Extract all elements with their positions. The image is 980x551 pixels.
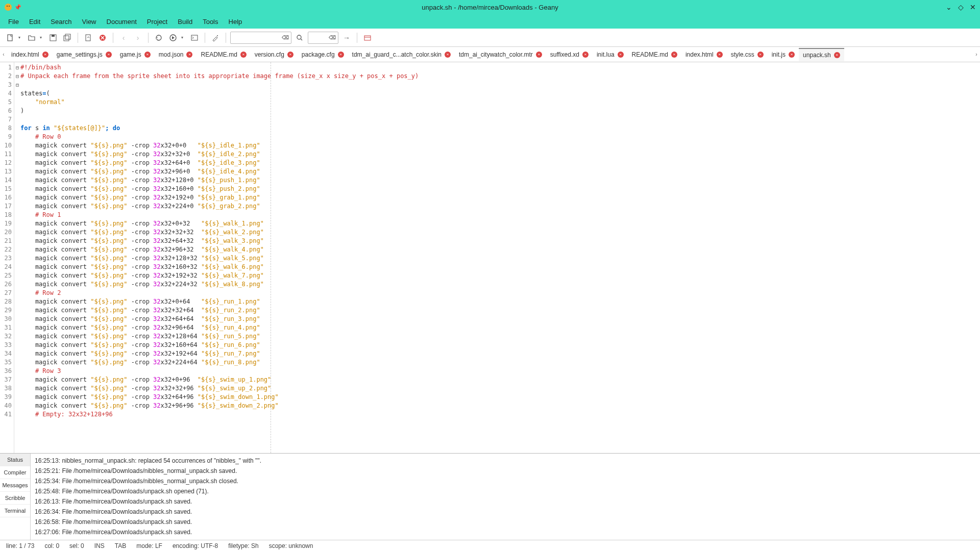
menu-file[interactable]: File xyxy=(4,16,23,28)
message-line[interactable]: 16:27:06: File /home/mircea/Downloads/un… xyxy=(35,527,976,537)
tab-close-icon[interactable]: × xyxy=(671,52,677,58)
tab-close-icon[interactable]: × xyxy=(536,52,542,58)
open-file-button[interactable] xyxy=(26,32,38,44)
message-line[interactable]: 16:25:34: File /home/mircea/Downloads/ni… xyxy=(35,476,976,486)
tab-package-cfg[interactable]: package.cfg× xyxy=(298,48,348,61)
tab-close-icon[interactable]: × xyxy=(144,52,151,58)
tab-init-js[interactable]: init.js× xyxy=(768,48,799,61)
menu-build[interactable]: Build xyxy=(174,16,197,28)
tab-readme-md[interactable]: README.md× xyxy=(628,48,681,61)
new-dropdown[interactable]: ▾ xyxy=(18,35,23,40)
tab-game-settings-js[interactable]: game_settings.js× xyxy=(53,48,116,61)
code-line[interactable]: magick convert "${s}.png" -crop 32x32+96… xyxy=(20,167,980,176)
clear-goto-icon[interactable]: ⌫ xyxy=(329,35,336,40)
message-line[interactable]: 16:25:48: File /home/mircea/Downloads/un… xyxy=(35,486,976,496)
nav-back-button[interactable]: ‹ xyxy=(117,32,130,44)
tab-close-icon[interactable]: × xyxy=(789,52,795,58)
code-line[interactable]: #!/bin/bash xyxy=(20,63,980,72)
code-line[interactable]: # Row 0 xyxy=(20,133,980,141)
code-line[interactable]: magick convert "${s}.png" -crop 32x32+32… xyxy=(20,228,980,237)
code-line[interactable]: magick convert "${s}.png" -crop 32x32+0+… xyxy=(20,141,980,150)
code-line[interactable]: magick convert "${s}.png" -crop 32x32+22… xyxy=(20,280,980,289)
message-line[interactable]: 16:25:21: File /home/mircea/Downloads/ni… xyxy=(35,466,976,476)
message-content[interactable]: 16:25:13: nibbles_normal_unpack.sh: repl… xyxy=(31,454,980,540)
menu-help[interactable]: Help xyxy=(225,16,247,28)
code-line[interactable]: "normal" xyxy=(20,98,980,107)
quit-button[interactable] xyxy=(361,32,374,44)
close-file-button[interactable] xyxy=(96,32,109,44)
msg-tab-messages[interactable]: Messages xyxy=(0,479,30,492)
code-line[interactable]: # Unpack each frame from the sprite shee… xyxy=(20,72,980,81)
code-line[interactable]: magick convert "${s}.png" -crop 32x32+0+… xyxy=(20,297,980,306)
tab-close-icon[interactable]: × xyxy=(618,52,624,58)
code-line[interactable]: ) xyxy=(20,107,980,115)
maximize-icon[interactable]: ◇ xyxy=(958,3,964,11)
tabs-scroll-left[interactable]: ‹ xyxy=(0,52,7,57)
code-line[interactable]: magick convert "${s}.png" -crop 32x32+64… xyxy=(20,159,980,167)
search-button[interactable] xyxy=(293,32,306,44)
code-line[interactable]: magick convert "${s}.png" -crop 32x32+12… xyxy=(20,176,980,185)
code-line[interactable]: magick convert "${s}.png" -crop 32x32+96… xyxy=(20,323,980,332)
tab-index-html[interactable]: index.html× xyxy=(7,48,53,61)
tab-close-icon[interactable]: × xyxy=(338,52,344,58)
menu-search[interactable]: Search xyxy=(46,16,76,28)
code-line[interactable]: magick convert "${s}.png" -crop 32x32+32… xyxy=(20,306,980,315)
tab-style-css[interactable]: style.css× xyxy=(727,48,768,61)
tab-close-icon[interactable]: × xyxy=(287,52,293,58)
message-line[interactable]: 16:26:58: File /home/mircea/Downloads/un… xyxy=(35,517,976,527)
code-line[interactable]: magick convert "${s}.png" -crop 32x32+19… xyxy=(20,193,980,202)
code-line[interactable]: magick convert "${s}.png" -crop 32x32+16… xyxy=(20,263,980,271)
menu-view[interactable]: View xyxy=(78,16,101,28)
tabs-scroll-right[interactable]: › xyxy=(973,52,980,57)
menu-project[interactable]: Project xyxy=(143,16,172,28)
code-line[interactable]: # Row 2 xyxy=(20,289,980,297)
save-all-button[interactable] xyxy=(61,32,74,44)
tab-tdm-ai-guard-c---atch-color-skin[interactable]: tdm_ai_guard_c...atch_color.skin× xyxy=(348,48,455,61)
code-line[interactable]: magick convert "${s}.png" -crop 32x32+64… xyxy=(20,237,980,245)
tab-close-icon[interactable]: × xyxy=(717,52,723,58)
tab-readme-md[interactable]: README.md× xyxy=(197,48,250,61)
clear-search-icon[interactable]: ⌫ xyxy=(282,35,289,40)
new-file-button[interactable] xyxy=(4,32,16,44)
code-editor[interactable]: #!/bin/bash# Unpack each frame from the … xyxy=(20,62,980,453)
code-line[interactable]: magick convert "${s}.png" -crop 32x32+32… xyxy=(20,150,980,159)
message-line[interactable]: 16:25:13: nibbles_normal_unpack.sh: repl… xyxy=(35,456,976,466)
reload-button[interactable] xyxy=(82,32,94,44)
code-line[interactable]: magick convert "${s}.png" -crop 32x32+16… xyxy=(20,341,980,349)
tab-unpack-sh[interactable]: unpack.sh× xyxy=(799,48,844,61)
message-line[interactable]: 16:26:34: File /home/mircea/Downloads/un… xyxy=(35,507,976,517)
build-dropdown[interactable]: ▾ xyxy=(181,35,186,40)
tab-close-icon[interactable]: × xyxy=(42,52,48,58)
msg-tab-scribble[interactable]: Scribble xyxy=(0,492,30,505)
code-line[interactable]: magick convert "${s}.png" -crop 32x32+22… xyxy=(20,202,980,211)
tab-close-icon[interactable]: × xyxy=(582,52,589,58)
msg-tab-status[interactable]: Status xyxy=(0,454,30,466)
tab-version-cfg[interactable]: version.cfg× xyxy=(251,48,298,61)
tab-close-icon[interactable]: × xyxy=(106,52,112,58)
code-line[interactable]: magick convert "${s}.png" -crop 32x32+19… xyxy=(20,349,980,358)
tab-suffixed-xd[interactable]: suffixed.xd× xyxy=(546,48,593,61)
search-input[interactable]: ⌫ xyxy=(230,32,291,44)
nav-forward-button[interactable]: › xyxy=(132,32,144,44)
code-line[interactable]: # Row 1 xyxy=(20,211,980,219)
tab-init-lua[interactable]: init.lua× xyxy=(593,48,628,61)
save-button[interactable] xyxy=(47,32,59,44)
tab-game-js[interactable]: game.js× xyxy=(116,48,155,61)
menu-tools[interactable]: Tools xyxy=(199,16,222,28)
tab-mod-json[interactable]: mod.json× xyxy=(155,48,197,61)
code-line[interactable]: magick convert "${s}.png" -crop 32x32+22… xyxy=(20,358,980,367)
tab-close-icon[interactable]: × xyxy=(445,52,451,58)
color-chooser-button[interactable] xyxy=(209,32,222,44)
msg-tab-terminal[interactable]: Terminal xyxy=(0,505,30,517)
pin-icon[interactable]: 📌 xyxy=(14,4,21,11)
tab-close-icon[interactable]: × xyxy=(186,52,192,58)
code-line[interactable]: magick convert "${s}.png" -crop 32x32+96… xyxy=(20,245,980,254)
code-line[interactable]: magick convert "${s}.png" -crop 32x32+12… xyxy=(20,332,980,341)
tab-tdm-ai-citywatch-color-mtr[interactable]: tdm_ai_citywatch_color.mtr× xyxy=(455,48,546,61)
msg-tab-compiler[interactable]: Compiler xyxy=(0,466,30,479)
code-line[interactable]: # Empty: 32x32+128+96 xyxy=(20,410,980,419)
code-line[interactable]: magick convert "${s}.png" -crop 32x32+64… xyxy=(20,315,980,323)
minimize-icon[interactable]: ⌄ xyxy=(946,3,952,11)
tab-close-icon[interactable]: × xyxy=(834,52,840,58)
tab-index-html[interactable]: index.html× xyxy=(681,48,727,61)
